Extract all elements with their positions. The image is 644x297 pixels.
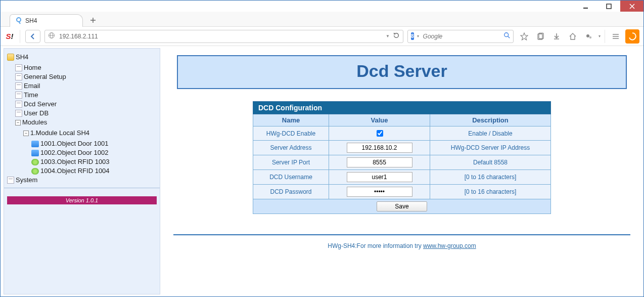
tree-item[interactable]: Dcd Server bbox=[15, 100, 157, 109]
new-tab-button[interactable] bbox=[86, 14, 100, 26]
library-icon[interactable] bbox=[534, 30, 547, 43]
footer: HWg-SH4:For more information try www.hw-… bbox=[328, 242, 476, 249]
svg-point-9 bbox=[589, 36, 591, 38]
back-button[interactable] bbox=[25, 30, 40, 43]
cfg-value-cell bbox=[329, 155, 430, 170]
browser-tab[interactable]: SH4 bbox=[10, 14, 83, 27]
tree-module-label: 1.Module Local SH4 bbox=[30, 129, 89, 138]
tree-object[interactable]: 1004.Object RFID 1004 bbox=[31, 166, 157, 176]
url-input[interactable] bbox=[58, 32, 383, 40]
url-bar[interactable]: ▼ bbox=[44, 30, 403, 43]
search-box[interactable]: 8 ▾ bbox=[407, 30, 514, 43]
config-row: DCD Password[0 to 16 characters] bbox=[253, 185, 551, 199]
nav-toolbar: S! ▼ 8 ▾ ▾ bbox=[1, 27, 643, 46]
page-icon bbox=[15, 110, 22, 117]
maximize-button[interactable] bbox=[597, 1, 620, 12]
config-row: HWg-DCD EnableEnable / Disable bbox=[253, 126, 551, 141]
browser-window: SH4 S! ▼ 8 ▾ bbox=[0, 0, 644, 297]
tab-strip: SH4 bbox=[1, 12, 643, 27]
tree-object-label: 1001.Object Door 1001 bbox=[40, 139, 108, 148]
page-title-box: Dcd Server bbox=[177, 55, 627, 89]
cfg-desc: [0 to 16 characters] bbox=[430, 185, 551, 199]
cfg-desc: Enable / Disable bbox=[430, 126, 551, 141]
cfg-value-cell bbox=[329, 126, 430, 141]
tree-item[interactable]: User DB bbox=[15, 109, 157, 118]
config-row: DCD Username[0 to 16 characters] bbox=[253, 170, 551, 185]
sidebar: SH4 HomeGeneral SetupEmailTimeDcd Server… bbox=[4, 48, 160, 294]
toolbar-right: ▾ bbox=[518, 29, 639, 44]
tree-root[interactable]: SH4 HomeGeneral SetupEmailTimeDcd Server… bbox=[7, 53, 157, 176]
config-table: DCD Configuration Name Value Description… bbox=[253, 101, 551, 214]
download-icon[interactable] bbox=[550, 30, 563, 43]
tree-object[interactable]: 1003.Object RFID 1003 bbox=[31, 157, 157, 166]
svg-rect-0 bbox=[583, 8, 588, 9]
collapse-icon[interactable]: − bbox=[15, 120, 21, 125]
search-engine-dropdown-icon[interactable]: ▾ bbox=[417, 34, 419, 38]
page-title: Dcd Server bbox=[178, 61, 626, 81]
cfg-desc: [0 to 16 characters] bbox=[430, 170, 551, 185]
search-icon[interactable] bbox=[503, 32, 511, 40]
table-section-header: DCD Configuration bbox=[253, 102, 551, 114]
tree-item-label: User DB bbox=[24, 109, 49, 118]
cfg-text-input[interactable] bbox=[347, 157, 412, 167]
cfg-password-input[interactable] bbox=[347, 187, 412, 197]
addon-dropdown-icon[interactable]: ▾ bbox=[599, 34, 601, 38]
bookmark-star-icon[interactable] bbox=[518, 30, 531, 43]
cfg-checkbox[interactable] bbox=[377, 130, 383, 137]
addon-icon[interactable] bbox=[582, 30, 595, 43]
col-value: Value bbox=[329, 114, 430, 126]
home-icon[interactable] bbox=[566, 30, 579, 43]
col-desc: Description bbox=[430, 114, 551, 126]
cfg-text-input[interactable] bbox=[347, 172, 412, 182]
extension-s-icon[interactable]: S! bbox=[5, 32, 15, 40]
tree-system-label: System bbox=[16, 176, 37, 185]
tree-root-label: SH4 bbox=[16, 53, 28, 62]
menu-icon[interactable] bbox=[609, 30, 622, 43]
tree-object-label: 1002.Object Door 1002 bbox=[40, 148, 108, 157]
globe-icon bbox=[48, 32, 55, 40]
collapse-icon[interactable]: − bbox=[23, 131, 29, 136]
page-icon bbox=[7, 177, 14, 184]
tree-item[interactable]: Home bbox=[15, 63, 157, 72]
config-row: Server IP PortDefault 8558 bbox=[253, 155, 551, 170]
cfg-name: DCD Username bbox=[253, 170, 329, 185]
avast-icon[interactable] bbox=[625, 29, 639, 44]
config-row: Server AddressHWg-DCD Server IP Address bbox=[253, 141, 551, 155]
google-icon: 8 bbox=[411, 32, 414, 40]
svg-rect-1 bbox=[607, 4, 611, 9]
tree-object[interactable]: 1001.Object Door 1001 bbox=[31, 139, 157, 148]
cfg-name: Server Address bbox=[253, 141, 329, 155]
door-icon bbox=[31, 141, 39, 147]
close-button[interactable] bbox=[620, 1, 643, 12]
folder-icon bbox=[7, 54, 14, 61]
page-icon bbox=[15, 73, 22, 80]
tree-module-1[interactable]: −1.Module Local SH41001.Object Door 1001… bbox=[23, 129, 157, 176]
cfg-value-cell bbox=[329, 170, 430, 185]
tree-item-label: Dcd Server bbox=[24, 100, 57, 109]
window-titlebar bbox=[1, 1, 643, 12]
tree-item[interactable]: Time bbox=[15, 91, 157, 100]
footer-text: HWg-SH4:For more information try bbox=[328, 242, 423, 249]
svg-point-2 bbox=[17, 18, 21, 22]
page-icon bbox=[15, 101, 22, 108]
footer-link[interactable]: www.hw-group.com bbox=[423, 242, 476, 249]
cfg-name: HWg-DCD Enable bbox=[253, 126, 329, 141]
reload-button[interactable] bbox=[393, 32, 400, 40]
tree-modules[interactable]: −Modules−1.Module Local SH41001.Object D… bbox=[15, 118, 157, 176]
tree-item[interactable]: Email bbox=[15, 81, 157, 91]
save-row: Save bbox=[253, 199, 551, 214]
tree-item-label: Time bbox=[24, 91, 38, 100]
cfg-value-cell bbox=[329, 141, 430, 155]
cfg-text-input[interactable] bbox=[347, 143, 412, 153]
minimize-button[interactable] bbox=[574, 1, 597, 12]
tree-system[interactable]: System bbox=[7, 176, 157, 185]
url-dropdown-icon[interactable]: ▼ bbox=[386, 34, 390, 38]
save-button[interactable]: Save bbox=[377, 201, 427, 211]
tree-object[interactable]: 1002.Object Door 1002 bbox=[31, 148, 157, 157]
col-name: Name bbox=[253, 114, 329, 126]
content-area: SH4 HomeGeneral SetupEmailTimeDcd Server… bbox=[1, 46, 643, 296]
search-input[interactable] bbox=[422, 32, 500, 40]
door-icon bbox=[31, 150, 39, 156]
version-bar: Version 1.0.1 bbox=[7, 196, 157, 204]
tree-item[interactable]: General Setup bbox=[15, 72, 157, 81]
